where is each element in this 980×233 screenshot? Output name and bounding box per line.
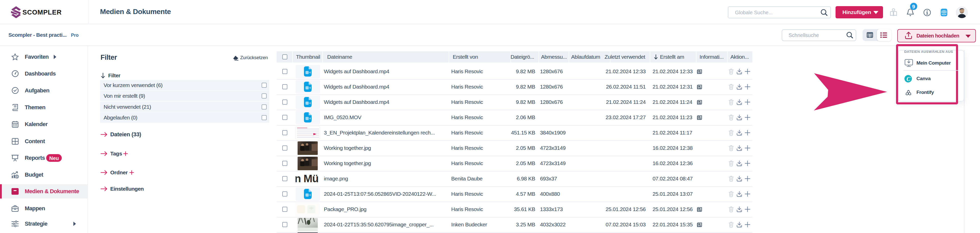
svg-text:$: $ — [16, 175, 18, 178]
